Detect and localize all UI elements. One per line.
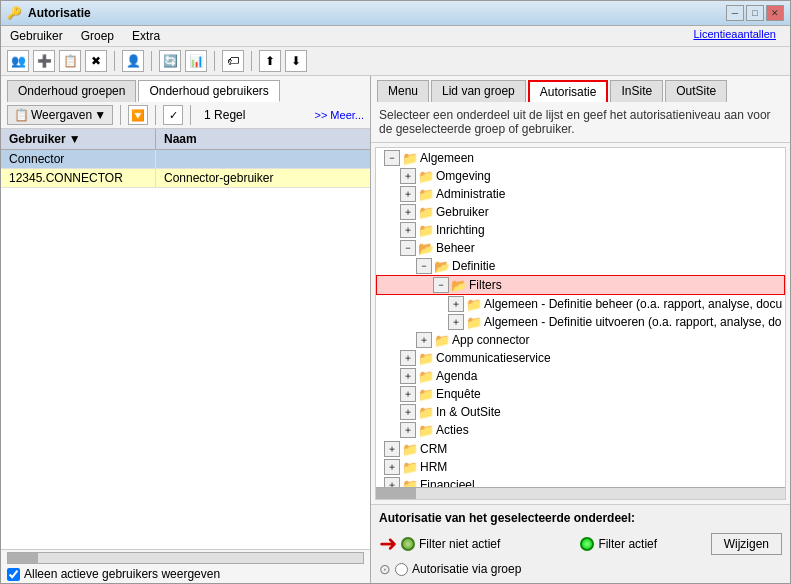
tree-row[interactable]: － 📂 Beheer [376, 239, 785, 257]
col-naam[interactable]: Naam [156, 129, 370, 149]
expander[interactable]: ＋ [384, 459, 400, 475]
toolbar-icon-7[interactable]: 📊 [185, 50, 207, 72]
expander[interactable]: － [384, 150, 400, 166]
left-toolbar: 📋 Weergaven ▼ 🔽 ✓ 1 Regel >> Meer... [1, 102, 370, 129]
window-title: Autorisatie [28, 6, 91, 20]
tree-row[interactable]: ＋ 📁 Agenda [376, 367, 785, 385]
expander[interactable]: ＋ [400, 168, 416, 184]
expander[interactable]: ＋ [400, 186, 416, 202]
tree-area[interactable]: － 📁 Algemeen ＋ 📁 Omgeving ＋ [375, 147, 786, 500]
radio-label-actief: Filter actief [598, 537, 657, 551]
expander[interactable]: － [400, 240, 416, 256]
expander[interactable]: ＋ [448, 314, 464, 330]
tab-menu[interactable]: Menu [377, 80, 429, 102]
tab-outsite[interactable]: OutSite [665, 80, 727, 102]
col-gebruiker[interactable]: Gebruiker ▼ [1, 129, 156, 149]
tree-label: App connector [452, 333, 529, 347]
tab-insite[interactable]: InSite [610, 80, 663, 102]
tree-row[interactable]: － 📂 Definitie [376, 257, 785, 275]
license-link[interactable]: Licentieaantallen [693, 28, 776, 44]
tab-autorisatie[interactable]: Autorisatie [528, 80, 609, 102]
minimize-button[interactable]: ─ [726, 5, 744, 21]
weergaven-arrow: ▼ [94, 108, 106, 122]
folder-icon: 📁 [418, 351, 434, 366]
title-bar-left: 🔑 Autorisatie [7, 6, 91, 20]
toolbar-icon-10[interactable]: ⬇ [285, 50, 307, 72]
expander[interactable]: ＋ [400, 422, 416, 438]
left-bottom: Alleen actieve gebruikers weergeven [1, 549, 370, 583]
tree-row[interactable]: ＋ 📁 App connector [376, 331, 785, 349]
tree-row[interactable]: ＋ 📁 Algemeen - Definitie beheer (o.a. ra… [376, 295, 785, 313]
tree-scrollbar-h[interactable] [376, 487, 785, 499]
tree-row[interactable]: ＋ 📁 HRM [376, 458, 785, 476]
toolbar-icon-9[interactable]: ⬆ [259, 50, 281, 72]
tab-lid-van-groep[interactable]: Lid van groep [431, 80, 526, 102]
expander[interactable]: ＋ [400, 386, 416, 402]
tree-row-filters[interactable]: － 📂 Filters [376, 275, 785, 295]
expander[interactable]: ＋ [400, 368, 416, 384]
folder-icon: 📁 [418, 187, 434, 202]
tree-row[interactable]: ＋ 📁 Acties [376, 421, 785, 439]
close-button[interactable]: ✕ [766, 5, 784, 21]
tab-onderhoud-groepen[interactable]: Onderhoud groepen [7, 80, 136, 102]
tree-row[interactable]: － 📁 Algemeen [376, 149, 785, 167]
left-icon-check[interactable]: ✓ [163, 105, 183, 125]
tree-row[interactable]: ＋ 📁 Algemeen - Definitie uitvoeren (o.a.… [376, 313, 785, 331]
expander[interactable]: ＋ [400, 222, 416, 238]
radio-label-niet-actief: Filter niet actief [419, 537, 500, 551]
toolbar-icon-3[interactable]: 📋 [59, 50, 81, 72]
tab-onderhoud-gebruikers[interactable]: Onderhoud gebruikers [138, 80, 279, 102]
folder-icon: 📁 [418, 369, 434, 384]
tree-row[interactable]: ＋ 📁 Omgeving [376, 167, 785, 185]
table-row[interactable]: Connector [1, 150, 370, 169]
menu-gebruiker[interactable]: Gebruiker [7, 28, 66, 44]
expander[interactable]: ＋ [400, 204, 416, 220]
menu-extra[interactable]: Extra [129, 28, 163, 44]
tree-row[interactable]: ＋ 📁 Inrichting [376, 221, 785, 239]
tree-row[interactable]: ＋ 📁 CRM [376, 440, 785, 458]
toolbar-icon-5[interactable]: 👤 [122, 50, 144, 72]
active-users-checkbox[interactable] [7, 568, 20, 581]
expander[interactable]: ＋ [448, 296, 464, 312]
auth-group-icon: ⊙ [379, 561, 391, 577]
left-scrollbar[interactable] [7, 552, 364, 564]
toolbar-icon-6[interactable]: 🔄 [159, 50, 181, 72]
expander[interactable]: ＋ [384, 441, 400, 457]
toolbar-icon-1[interactable]: 👥 [7, 50, 29, 72]
left-icon-1[interactable]: 🔽 [128, 105, 148, 125]
toolbar-icon-delete[interactable]: ✖ [85, 50, 107, 72]
radio-filter-actief[interactable]: Filter actief [580, 537, 657, 551]
toolbar-icon-2[interactable]: ➕ [33, 50, 55, 72]
tree-row[interactable]: ＋ 📁 Communicatieservice [376, 349, 785, 367]
folder-icon: 📁 [418, 169, 434, 184]
folder-icon: 📂 [434, 259, 450, 274]
toolbar: 👥 ➕ 📋 ✖ 👤 🔄 📊 🏷 ⬆ ⬇ [1, 47, 790, 76]
tree-row[interactable]: ＋ 📁 Gebruiker [376, 203, 785, 221]
meer-link[interactable]: >> Meer... [314, 109, 364, 121]
table-row[interactable]: 12345.CONNECTOR Connector-gebruiker [1, 169, 370, 188]
toolbar-icon-8[interactable]: 🏷 [222, 50, 244, 72]
wijzigen-button[interactable]: Wijzigen [711, 533, 782, 555]
window-icon: 🔑 [7, 6, 22, 20]
tree-label: Omgeving [436, 169, 491, 183]
weergaven-button[interactable]: 📋 Weergaven ▼ [7, 105, 113, 125]
radio-autorisatie-via-groep[interactable] [395, 563, 408, 576]
expander[interactable]: ＋ [400, 404, 416, 420]
tree-node-algemeen: － 📁 Algemeen ＋ 📁 Omgeving ＋ [376, 148, 785, 440]
arrow-icon: ➜ [379, 531, 397, 557]
left-sep2 [155, 105, 156, 125]
tree-row[interactable]: ＋ 📁 Administratie [376, 185, 785, 203]
tree-row[interactable]: ＋ 📁 In & OutSite [376, 403, 785, 421]
maximize-button[interactable]: □ [746, 5, 764, 21]
radio-filter-niet-actief[interactable]: Filter niet actief [401, 537, 500, 551]
active-users-label: Alleen actieve gebruikers weergeven [24, 567, 220, 581]
menu-groep[interactable]: Groep [78, 28, 117, 44]
tree-row[interactable]: ＋ 📁 Enquête [376, 385, 785, 403]
col-naam-label: Naam [164, 132, 197, 146]
title-bar-controls: ─ □ ✕ [726, 5, 784, 21]
expander[interactable]: ＋ [400, 350, 416, 366]
expander[interactable]: － [433, 277, 449, 293]
tree-label: Algemeen - Definitie beheer (o.a. rappor… [484, 297, 782, 311]
expander[interactable]: － [416, 258, 432, 274]
expander[interactable]: ＋ [416, 332, 432, 348]
